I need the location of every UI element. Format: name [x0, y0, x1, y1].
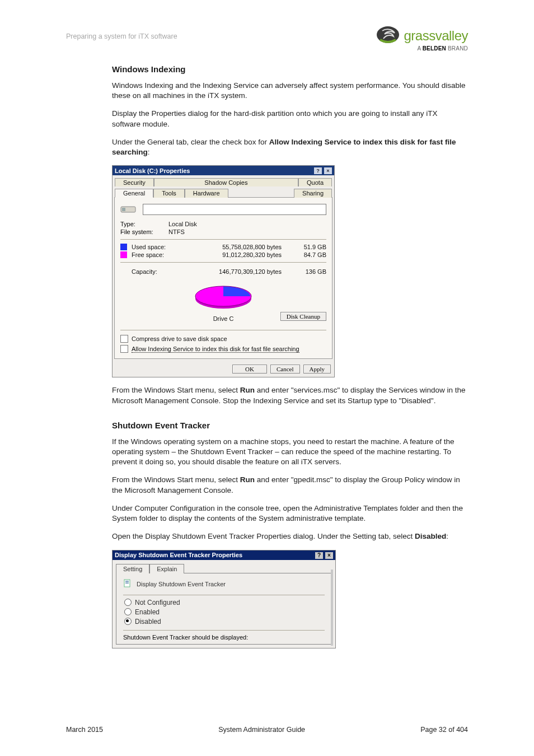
para-wi-2: Display the Properties dialog for the ha…: [112, 109, 468, 129]
para-st-4: Open the Display Shutdown Event Tracker …: [112, 531, 468, 542]
svg-rect-2: [122, 208, 125, 211]
dialog1-body: Type:Local Disk File system:NTFS Used sp…: [114, 197, 332, 359]
dialog1-buttons: OK Cancel Apply: [113, 361, 334, 377]
opt-enabled: Enabled: [135, 608, 160, 616]
free-swatch: [120, 251, 127, 258]
tab-shadow-copies[interactable]: Shadow Copies: [154, 178, 298, 186]
drive-label: Drive C: [213, 315, 234, 322]
para-wi-1: Windows Indexing and the Indexing Servic…: [112, 81, 468, 101]
para-wi-3: Under the General tab, clear the check b…: [112, 137, 468, 157]
heading-shutdown-tracker: Shutdown Event Tracker: [112, 421, 468, 430]
capacity-bytes: 146,770,309,120 bytes: [188, 268, 293, 275]
tab-hardware[interactable]: Hardware: [185, 189, 228, 198]
apply-button[interactable]: Apply: [303, 365, 331, 374]
help-icon[interactable]: ?: [315, 552, 323, 559]
used-bytes: 55,758,028,800 bytes: [176, 244, 293, 250]
tab-general[interactable]: General: [115, 189, 153, 198]
brand-logo: grassvalley A BELDEN BRAND: [376, 25, 468, 52]
running-header: Preparing a system for iTX software gras…: [66, 31, 468, 59]
indexing-checkbox[interactable]: [120, 345, 128, 353]
close-icon[interactable]: ×: [324, 167, 332, 174]
policy-icon: [123, 579, 132, 589]
dialog2-shadow: [331, 570, 333, 646]
tab-tools[interactable]: Tools: [153, 189, 185, 198]
disk-cleanup-button[interactable]: Disk Cleanup: [280, 312, 326, 321]
opt-disabled: Disabled: [135, 618, 161, 626]
tab-setting[interactable]: Setting: [116, 564, 149, 573]
dialog1-title: Local Disk (C:) Properties: [115, 167, 190, 174]
dialog1-titlebar: Local Disk (C:) Properties ? ×: [113, 166, 334, 175]
dialog1-title-buttons: ? ×: [313, 167, 332, 174]
dialog2-title-buttons: ? ×: [315, 552, 333, 559]
para-st-2: From the Windows Start menu, select Run …: [112, 475, 468, 495]
opt-not-configured: Not Configured: [135, 599, 180, 606]
para-st-3: Under Computer Configuration in the cons…: [112, 503, 468, 524]
disk-properties-dialog: Local Disk (C:) Properties ? × Security …: [112, 165, 335, 377]
shutdown-tracker-dialog: Display Shutdown Event Tracker Propertie…: [112, 550, 336, 648]
drive-icon: [120, 203, 136, 216]
subpanel-label: Shutdown Event Tracker should be display…: [123, 634, 325, 641]
compress-label: Compress drive to save disk space: [132, 335, 227, 342]
doc-header-title: Preparing a system for iTX software: [66, 32, 177, 40]
indexing-label: Allow Indexing Service to index this dis…: [132, 346, 299, 353]
capacity-label: Capacity:: [132, 268, 188, 275]
para-st-1: If the Windows operating system on a mac…: [112, 437, 468, 468]
footer-title: System Administrator Guide: [218, 726, 305, 734]
dialog2-title: Display Shutdown Event Tracker Propertie…: [115, 552, 242, 559]
policy-name: Display Shutdown Event Tracker: [137, 581, 226, 587]
heading-windows-indexing: Windows Indexing: [112, 64, 468, 74]
cancel-button[interactable]: Cancel: [270, 365, 300, 374]
free-gb: 84.7 GB: [293, 251, 326, 258]
dialog1-tabs-front: General Tools Hardware Sharing: [113, 186, 334, 197]
dialog1-tabs-back: Security Shadow Copies Quota: [113, 175, 334, 186]
footer-date: March 2015: [66, 726, 103, 734]
used-gb: 51.9 GB: [293, 244, 326, 250]
tab-explain[interactable]: Explain: [149, 564, 184, 573]
radio-enabled[interactable]: [124, 608, 132, 615]
radio-disabled[interactable]: [124, 618, 132, 625]
svg-rect-7: [125, 581, 129, 582]
dialog2-tabs: SettingExplain: [113, 560, 335, 573]
type-value: Local Disk: [168, 221, 197, 227]
volume-label-input[interactable]: [143, 204, 326, 215]
fs-label: File system:: [120, 228, 165, 235]
dialog2-titlebar: Display Shutdown Event Tracker Propertie…: [113, 550, 335, 560]
dialog2-panel: Display Shutdown Event Tracker Not Confi…: [116, 573, 332, 645]
close-icon[interactable]: ×: [325, 552, 333, 559]
gv-badge-icon: [376, 25, 400, 46]
para-wi-4: From the Windows Start menu, select Run …: [112, 385, 468, 405]
tab-security[interactable]: Security: [115, 178, 154, 186]
free-label: Free space:: [132, 251, 176, 258]
page-content: Windows Indexing Windows Indexing and th…: [112, 64, 468, 648]
tab-quota[interactable]: Quota: [298, 178, 332, 186]
radio-not-configured[interactable]: [124, 599, 132, 606]
footer-page: Page 32 of 404: [420, 726, 468, 734]
capacity-gb: 136 GB: [293, 268, 326, 275]
used-swatch: [120, 244, 127, 250]
logo-text: grassvalley: [404, 28, 468, 44]
tab-sharing[interactable]: Sharing: [294, 189, 332, 198]
help-icon[interactable]: ?: [314, 167, 322, 174]
compress-checkbox[interactable]: [120, 335, 128, 343]
free-bytes: 91,012,280,320 bytes: [176, 251, 293, 258]
fs-value: NTFS: [168, 228, 185, 235]
capacity-pie: [120, 278, 326, 314]
used-label: Used space:: [132, 244, 176, 250]
type-label: Type:: [120, 221, 165, 227]
ok-button[interactable]: OK: [232, 365, 267, 374]
page: Preparing a system for iTX software gras…: [0, 0, 534, 756]
svg-rect-8: [125, 582, 129, 584]
page-footer: March 2015 System Administrator Guide Pa…: [66, 726, 468, 734]
